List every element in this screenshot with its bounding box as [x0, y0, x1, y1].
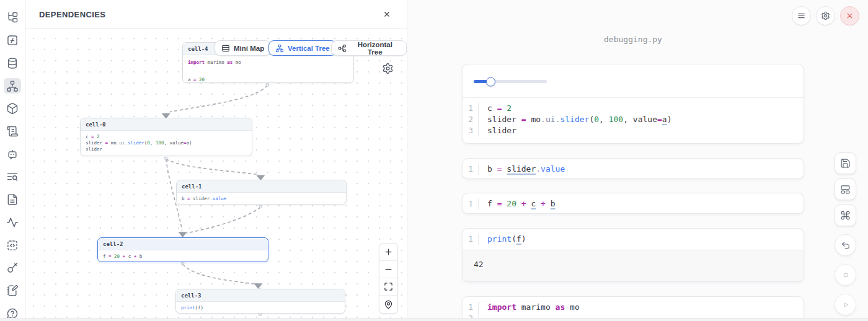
node-code-line: slider — [86, 146, 247, 152]
save-button[interactable] — [835, 152, 856, 174]
command-icon — [840, 210, 851, 221]
code-line: c = 2 — [479, 103, 512, 114]
maximize-icon — [384, 282, 393, 291]
code-snippet-icon — [6, 239, 19, 252]
dependency-graph-canvas[interactable]: cell-4 import marimo as mo a = 20 cell-0… — [25, 29, 407, 321]
bottom-edge-strip — [0, 318, 868, 321]
notebook-cell-print[interactable]: 1print(f) 42 — [462, 228, 804, 282]
stop-button[interactable] — [835, 264, 856, 286]
sidebar-item-snippets[interactable] — [4, 237, 21, 253]
code-line: b = slider.value — [479, 164, 565, 175]
line-number: 1 — [463, 164, 479, 175]
notebook-cell-slider[interactable]: 1c = 2 2slider = mo.ui.slider(0, 100, va… — [462, 64, 804, 144]
code-editor[interactable]: 1f = 20 + c + b — [463, 193, 804, 214]
node-code-line: f = 20 + c + b — [103, 253, 263, 260]
plus-icon — [384, 247, 393, 257]
node-code-line — [188, 67, 348, 76]
layout-toggle-button[interactable] — [835, 178, 856, 200]
document-icon — [6, 193, 19, 206]
stop-icon — [841, 270, 851, 280]
sidebar-item-documentation[interactable] — [4, 192, 21, 208]
node-code-line: a = 20 — [188, 76, 348, 83]
sidebar-item-scratchpad[interactable] — [4, 283, 21, 299]
code-line: print(f) — [479, 234, 526, 245]
line-number: 1 — [463, 234, 479, 245]
notebook-cell-f[interactable]: 1f = 20 + c + b — [462, 193, 804, 214]
cell-output: 42 — [463, 250, 804, 281]
horizontal-tree-icon — [338, 44, 347, 53]
vertical-tree-icon — [275, 44, 284, 53]
sidebar-item-ai-chat[interactable] — [4, 146, 21, 162]
code-line: f = 20 + c + b — [479, 198, 556, 209]
code-line: slider = mo.ui.slider(0, 100, value=a) — [479, 114, 671, 125]
line-number: 2 — [463, 114, 479, 125]
zoom-out-button[interactable] — [379, 261, 397, 278]
node-code-line: print(f) — [181, 305, 340, 311]
slider-handle[interactable] — [486, 77, 495, 86]
file-tree-icon — [6, 11, 19, 24]
undo-icon — [841, 240, 851, 250]
marimo-app: DEPENDENCIES — [0, 0, 868, 321]
dependencies-title: DEPENDENCIES — [39, 10, 105, 19]
sidebar-item-datasources[interactable] — [4, 55, 21, 71]
code-editor[interactable]: 1c = 2 2slider = mo.ui.slider(0, 100, va… — [463, 98, 804, 141]
line-number: 3 — [463, 125, 479, 136]
node-code-line: slider = mo.ui.slider(0, 100, value=a) — [86, 140, 247, 146]
run-button[interactable] — [835, 294, 856, 315]
sidebar-item-logs[interactable] — [4, 124, 21, 139]
notebook-cell-b[interactable]: 1b = slider.value — [462, 158, 804, 179]
line-number: 1 — [463, 103, 479, 114]
graph-node-cell-3[interactable]: cell-3 print(f) — [175, 289, 345, 314]
minus-icon — [384, 265, 393, 274]
sidebar-item-outline[interactable] — [4, 214, 21, 230]
slider-widget[interactable] — [474, 80, 547, 83]
node-code-line: import marimo as mo — [188, 58, 348, 67]
sidebar-item-variables[interactable] — [4, 33, 21, 48]
close-icon — [383, 10, 391, 19]
dependencies-close-button[interactable] — [381, 8, 393, 20]
gear-icon — [821, 11, 830, 20]
graph-node-title: cell-2 — [98, 238, 268, 250]
save-icon — [840, 158, 851, 169]
database-icon — [6, 57, 19, 69]
minimap-view-button[interactable]: Mini Map — [215, 40, 271, 56]
sidebar-item-dependency-graph[interactable] — [4, 78, 21, 94]
vertical-tree-view-button[interactable]: Vertical Tree — [268, 40, 337, 56]
key-icon — [6, 262, 19, 274]
notebook-settings-button[interactable] — [816, 6, 835, 25]
fit-view-button[interactable] — [379, 278, 397, 296]
sidebar-item-tracebacks[interactable] — [4, 169, 21, 185]
code-editor[interactable]: 1b = slider.value — [463, 159, 804, 179]
notebook-cell-import[interactable]: 1import marimo as mo 2 — [462, 296, 804, 321]
shutdown-button[interactable] — [840, 6, 859, 25]
sidebar-item-packages[interactable] — [4, 101, 21, 117]
play-icon — [841, 300, 851, 310]
scroll-icon — [6, 125, 19, 138]
graph-settings-button[interactable] — [381, 63, 394, 75]
function-square-icon — [6, 34, 19, 46]
node-code-line: b = slider.value — [182, 196, 341, 202]
graph-node-cell-0[interactable]: cell-0 c = 2 slider = mo.ui.slider(0, 10… — [80, 118, 252, 156]
undo-button[interactable] — [835, 234, 856, 256]
minimap-icon — [221, 44, 230, 53]
close-icon — [845, 11, 854, 20]
command-palette-button[interactable] — [835, 204, 856, 226]
dependencies-header: DEPENDENCIES — [25, 0, 407, 29]
code-editor[interactable]: 1print(f) — [463, 229, 804, 250]
zoom-in-button[interactable] — [379, 244, 397, 261]
sidebar-item-secrets[interactable] — [4, 260, 21, 276]
line-number: 1 — [463, 198, 479, 209]
graph-node-cell-2-selected[interactable]: cell-2 f = 20 + c + b — [97, 237, 268, 262]
notebook-menu-button[interactable] — [792, 6, 811, 25]
sidebar-item-file-tree[interactable] — [4, 10, 21, 25]
code-line: slider — [479, 125, 516, 136]
horizontal-tree-view-button[interactable]: Horizontal Tree — [331, 40, 407, 56]
node-code-line: c = 2 — [86, 134, 247, 140]
chat-bot-icon — [6, 148, 19, 160]
graph-node-title: cell-1 — [177, 180, 346, 193]
graph-node-cell-1[interactable]: cell-1 b = slider.value — [176, 180, 347, 204]
dependency-graph-icon — [6, 80, 19, 92]
graph-zoom-controls — [379, 243, 398, 314]
locate-node-button[interactable] — [379, 296, 397, 313]
graph-node-title: cell-0 — [81, 118, 252, 131]
